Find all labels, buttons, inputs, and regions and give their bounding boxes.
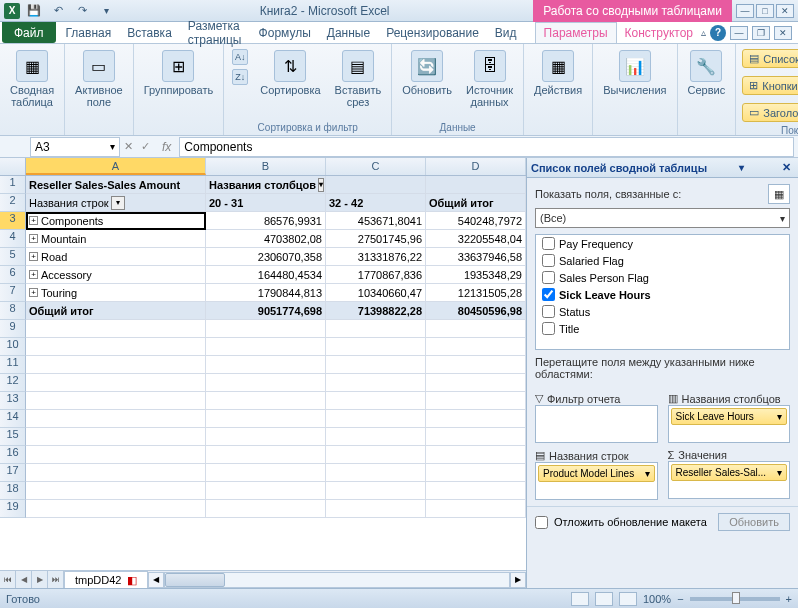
sort-asc-button[interactable]: A↓ [230,48,250,66]
select-all-corner[interactable] [0,158,26,175]
cell[interactable] [206,428,326,446]
tab-pagelayout[interactable]: Разметка страницы [180,22,251,43]
tab-nav-prev-icon[interactable]: ◀ [16,571,32,588]
zoom-label[interactable]: 100% [643,593,671,605]
cell[interactable]: 32 - 42 [326,194,426,212]
doc-restore-button[interactable]: ❐ [752,26,770,40]
cell[interactable] [426,356,526,374]
cell[interactable] [26,464,206,482]
cell[interactable]: 1935348,29 [426,266,526,284]
plus-minus-buttons-button[interactable]: ⊞Кнопки +/- [742,76,798,95]
row-header[interactable]: 15 [0,428,26,446]
cell[interactable] [26,500,206,518]
cell[interactable] [326,410,426,428]
tab-formulas[interactable]: Формулы [251,22,319,43]
cell[interactable] [26,446,206,464]
file-tab[interactable]: Файл [2,22,56,43]
row-header[interactable]: 19 [0,500,26,518]
cell[interactable]: 71398822,28 [326,302,426,320]
doc-minimize-button[interactable]: — [730,26,748,40]
layout-options-icon[interactable]: ▦ [768,184,790,204]
col-header-a[interactable]: A [26,158,206,175]
col-header-b[interactable]: B [206,158,326,175]
cell[interactable] [426,320,526,338]
field-list[interactable]: Pay FrequencySalaried FlagSales Person F… [535,234,790,350]
cell[interactable] [26,428,206,446]
field-checkbox-item[interactable]: Pay Frequency [536,235,789,252]
area-rows-box[interactable]: Product Model Lines▾ [535,462,658,500]
actions-button[interactable]: ▦ Действия [530,48,586,98]
cell[interactable]: 86576,9931 [206,212,326,230]
cell[interactable] [206,500,326,518]
cell[interactable] [26,356,206,374]
undo-icon[interactable]: ↶ [48,2,68,20]
field-checkbox[interactable] [542,322,555,335]
hscroll-left-icon[interactable]: ◀ [148,572,164,588]
field-checkbox-item[interactable]: Sick Leave Hours [536,286,789,303]
area-values-box[interactable]: Reseller Sales-Sal...▾ [668,461,791,499]
tools-button[interactable]: 🔧 Сервис [684,48,730,98]
cell[interactable]: Названия столбцов▾ [206,176,326,194]
field-checkbox[interactable] [542,237,555,250]
cell[interactable] [206,410,326,428]
cell-active[interactable]: +Components [26,212,206,230]
row-header[interactable]: 4 [0,230,26,248]
save-icon[interactable]: 💾 [24,2,44,20]
qat-dropdown-icon[interactable]: ▾ [96,2,116,20]
expand-icon[interactable]: + [29,252,38,261]
cell[interactable] [206,482,326,500]
row-header[interactable]: 11 [0,356,26,374]
cell[interactable]: 453671,8041 [326,212,426,230]
group-button[interactable]: ⊞ Группировать [140,48,218,98]
row-header[interactable]: 13 [0,392,26,410]
close-button[interactable]: ✕ [776,4,794,18]
filter-dropdown-icon[interactable]: ▾ [111,196,125,210]
cell[interactable]: Общий итог [26,302,206,320]
expand-icon[interactable]: + [29,234,38,243]
cell[interactable]: Reseller Sales-Sales Amount [26,176,206,194]
row-header[interactable]: 7 [0,284,26,302]
sort-desc-button[interactable]: Z↓ [230,68,250,86]
cell[interactable] [206,374,326,392]
row-header[interactable]: 9 [0,320,26,338]
formula-input[interactable]: Components [179,137,794,157]
zoom-thumb[interactable] [732,592,740,604]
field-checkbox[interactable] [542,305,555,318]
enter-icon[interactable]: ✓ [137,140,154,153]
row-header[interactable]: 18 [0,482,26,500]
cell[interactable]: 540248,7972 [426,212,526,230]
cell[interactable] [426,392,526,410]
chevron-down-icon[interactable]: ▾ [110,141,115,152]
field-list-button[interactable]: ▤Список полей [742,49,798,68]
area-item[interactable]: Reseller Sales-Sal...▾ [671,464,788,481]
help-icon[interactable]: ? [710,25,726,41]
cell[interactable] [206,338,326,356]
row-header[interactable]: 5 [0,248,26,266]
expand-icon[interactable]: + [29,288,38,297]
cell[interactable]: +Mountain [26,230,206,248]
cell[interactable]: 1790844,813 [206,284,326,302]
cell[interactable]: 20 - 31 [206,194,326,212]
tab-pivot-design[interactable]: Конструктор [617,22,701,43]
area-columns-box[interactable]: Sick Leave Hours▾ [668,405,791,443]
cell[interactable]: 4703802,08 [206,230,326,248]
cell[interactable] [206,446,326,464]
hscroll-thumb[interactable] [165,573,225,587]
defer-layout-checkbox[interactable] [535,516,548,529]
row-header[interactable]: 10 [0,338,26,356]
view-pagebreak-icon[interactable] [619,592,637,606]
field-checkbox-item[interactable]: Sales Person Flag [536,269,789,286]
cell[interactable] [426,338,526,356]
cell[interactable] [326,320,426,338]
cell[interactable] [426,176,526,194]
col-header-c[interactable]: C [326,158,426,175]
doc-close-button[interactable]: ✕ [774,26,792,40]
area-filter-box[interactable] [535,405,658,443]
hscroll-right-icon[interactable]: ▶ [510,572,526,588]
tab-nav-next-icon[interactable]: ▶ [32,571,48,588]
cell[interactable] [426,500,526,518]
row-header[interactable]: 14 [0,410,26,428]
zoom-out-icon[interactable]: − [677,593,683,605]
cell[interactable] [326,428,426,446]
cell[interactable] [206,392,326,410]
